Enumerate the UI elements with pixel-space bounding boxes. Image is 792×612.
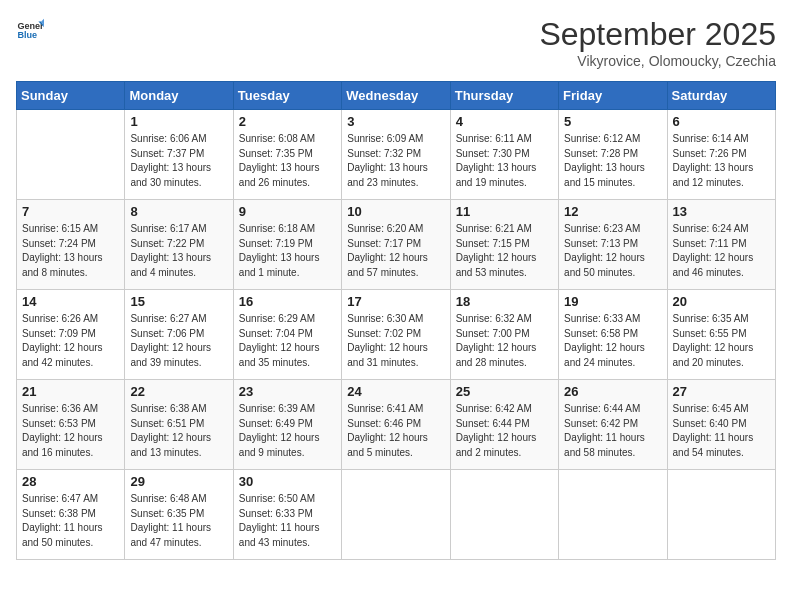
calendar-day-cell: 5Sunrise: 6:12 AMSunset: 7:28 PMDaylight…: [559, 110, 667, 200]
day-number: 2: [239, 114, 336, 129]
day-info: Sunrise: 6:48 AMSunset: 6:35 PMDaylight:…: [130, 492, 227, 550]
calendar-day-cell: 15Sunrise: 6:27 AMSunset: 7:06 PMDayligh…: [125, 290, 233, 380]
day-info: Sunrise: 6:06 AMSunset: 7:37 PMDaylight:…: [130, 132, 227, 190]
day-of-week-header: Sunday: [17, 82, 125, 110]
calendar-day-cell: 12Sunrise: 6:23 AMSunset: 7:13 PMDayligh…: [559, 200, 667, 290]
calendar-day-cell: 16Sunrise: 6:29 AMSunset: 7:04 PMDayligh…: [233, 290, 341, 380]
calendar-week-row: 28Sunrise: 6:47 AMSunset: 6:38 PMDayligh…: [17, 470, 776, 560]
day-number: 9: [239, 204, 336, 219]
day-number: 19: [564, 294, 661, 309]
calendar-day-cell: 4Sunrise: 6:11 AMSunset: 7:30 PMDaylight…: [450, 110, 558, 200]
day-info: Sunrise: 6:24 AMSunset: 7:11 PMDaylight:…: [673, 222, 770, 280]
calendar-table: SundayMondayTuesdayWednesdayThursdayFrid…: [16, 81, 776, 560]
day-info: Sunrise: 6:08 AMSunset: 7:35 PMDaylight:…: [239, 132, 336, 190]
day-info: Sunrise: 6:21 AMSunset: 7:15 PMDaylight:…: [456, 222, 553, 280]
day-number: 21: [22, 384, 119, 399]
calendar-day-cell: 3Sunrise: 6:09 AMSunset: 7:32 PMDaylight…: [342, 110, 450, 200]
day-number: 14: [22, 294, 119, 309]
calendar-day-cell: 13Sunrise: 6:24 AMSunset: 7:11 PMDayligh…: [667, 200, 775, 290]
page-header: General Blue September 2025 Vikyrovice, …: [16, 16, 776, 69]
day-number: 5: [564, 114, 661, 129]
day-number: 22: [130, 384, 227, 399]
calendar-day-cell: 23Sunrise: 6:39 AMSunset: 6:49 PMDayligh…: [233, 380, 341, 470]
day-number: 1: [130, 114, 227, 129]
calendar-day-cell: 7Sunrise: 6:15 AMSunset: 7:24 PMDaylight…: [17, 200, 125, 290]
calendar-day-cell: 19Sunrise: 6:33 AMSunset: 6:58 PMDayligh…: [559, 290, 667, 380]
day-number: 8: [130, 204, 227, 219]
calendar-day-cell: 10Sunrise: 6:20 AMSunset: 7:17 PMDayligh…: [342, 200, 450, 290]
calendar-week-row: 7Sunrise: 6:15 AMSunset: 7:24 PMDaylight…: [17, 200, 776, 290]
day-number: 12: [564, 204, 661, 219]
day-number: 20: [673, 294, 770, 309]
day-number: 29: [130, 474, 227, 489]
day-of-week-header: Monday: [125, 82, 233, 110]
title-block: September 2025 Vikyrovice, Olomoucky, Cz…: [539, 16, 776, 69]
day-number: 10: [347, 204, 444, 219]
day-number: 27: [673, 384, 770, 399]
day-info: Sunrise: 6:18 AMSunset: 7:19 PMDaylight:…: [239, 222, 336, 280]
day-info: Sunrise: 6:12 AMSunset: 7:28 PMDaylight:…: [564, 132, 661, 190]
general-blue-logo-icon: General Blue: [16, 16, 44, 44]
calendar-day-cell: [559, 470, 667, 560]
day-number: 17: [347, 294, 444, 309]
day-info: Sunrise: 6:23 AMSunset: 7:13 PMDaylight:…: [564, 222, 661, 280]
day-number: 28: [22, 474, 119, 489]
day-info: Sunrise: 6:15 AMSunset: 7:24 PMDaylight:…: [22, 222, 119, 280]
day-of-week-header: Saturday: [667, 82, 775, 110]
calendar-day-cell: 25Sunrise: 6:42 AMSunset: 6:44 PMDayligh…: [450, 380, 558, 470]
calendar-day-cell: 20Sunrise: 6:35 AMSunset: 6:55 PMDayligh…: [667, 290, 775, 380]
location: Vikyrovice, Olomoucky, Czechia: [539, 53, 776, 69]
day-number: 26: [564, 384, 661, 399]
day-number: 30: [239, 474, 336, 489]
calendar-day-cell: 17Sunrise: 6:30 AMSunset: 7:02 PMDayligh…: [342, 290, 450, 380]
day-number: 23: [239, 384, 336, 399]
day-number: 4: [456, 114, 553, 129]
day-info: Sunrise: 6:45 AMSunset: 6:40 PMDaylight:…: [673, 402, 770, 460]
day-number: 16: [239, 294, 336, 309]
day-info: Sunrise: 6:29 AMSunset: 7:04 PMDaylight:…: [239, 312, 336, 370]
day-number: 3: [347, 114, 444, 129]
day-number: 18: [456, 294, 553, 309]
logo: General Blue: [16, 16, 44, 44]
day-of-week-header: Tuesday: [233, 82, 341, 110]
day-number: 24: [347, 384, 444, 399]
day-info: Sunrise: 6:11 AMSunset: 7:30 PMDaylight:…: [456, 132, 553, 190]
svg-text:Blue: Blue: [17, 30, 37, 40]
day-info: Sunrise: 6:38 AMSunset: 6:51 PMDaylight:…: [130, 402, 227, 460]
day-number: 15: [130, 294, 227, 309]
calendar-day-cell: 14Sunrise: 6:26 AMSunset: 7:09 PMDayligh…: [17, 290, 125, 380]
day-info: Sunrise: 6:26 AMSunset: 7:09 PMDaylight:…: [22, 312, 119, 370]
calendar-day-cell: 2Sunrise: 6:08 AMSunset: 7:35 PMDaylight…: [233, 110, 341, 200]
day-info: Sunrise: 6:32 AMSunset: 7:00 PMDaylight:…: [456, 312, 553, 370]
calendar-day-cell: 18Sunrise: 6:32 AMSunset: 7:00 PMDayligh…: [450, 290, 558, 380]
day-info: Sunrise: 6:42 AMSunset: 6:44 PMDaylight:…: [456, 402, 553, 460]
calendar-body: 1Sunrise: 6:06 AMSunset: 7:37 PMDaylight…: [17, 110, 776, 560]
calendar-day-cell: 21Sunrise: 6:36 AMSunset: 6:53 PMDayligh…: [17, 380, 125, 470]
day-number: 7: [22, 204, 119, 219]
day-info: Sunrise: 6:30 AMSunset: 7:02 PMDaylight:…: [347, 312, 444, 370]
calendar-week-row: 1Sunrise: 6:06 AMSunset: 7:37 PMDaylight…: [17, 110, 776, 200]
day-info: Sunrise: 6:09 AMSunset: 7:32 PMDaylight:…: [347, 132, 444, 190]
day-info: Sunrise: 6:33 AMSunset: 6:58 PMDaylight:…: [564, 312, 661, 370]
day-info: Sunrise: 6:39 AMSunset: 6:49 PMDaylight:…: [239, 402, 336, 460]
calendar-day-cell: [17, 110, 125, 200]
day-info: Sunrise: 6:17 AMSunset: 7:22 PMDaylight:…: [130, 222, 227, 280]
day-info: Sunrise: 6:44 AMSunset: 6:42 PMDaylight:…: [564, 402, 661, 460]
calendar-day-cell: 6Sunrise: 6:14 AMSunset: 7:26 PMDaylight…: [667, 110, 775, 200]
calendar-day-cell: 1Sunrise: 6:06 AMSunset: 7:37 PMDaylight…: [125, 110, 233, 200]
day-number: 25: [456, 384, 553, 399]
day-info: Sunrise: 6:14 AMSunset: 7:26 PMDaylight:…: [673, 132, 770, 190]
calendar-day-cell: 22Sunrise: 6:38 AMSunset: 6:51 PMDayligh…: [125, 380, 233, 470]
calendar-day-cell: [342, 470, 450, 560]
day-info: Sunrise: 6:47 AMSunset: 6:38 PMDaylight:…: [22, 492, 119, 550]
day-number: 11: [456, 204, 553, 219]
calendar-day-cell: 26Sunrise: 6:44 AMSunset: 6:42 PMDayligh…: [559, 380, 667, 470]
calendar-day-cell: 24Sunrise: 6:41 AMSunset: 6:46 PMDayligh…: [342, 380, 450, 470]
day-of-week-header: Friday: [559, 82, 667, 110]
calendar-week-row: 14Sunrise: 6:26 AMSunset: 7:09 PMDayligh…: [17, 290, 776, 380]
calendar-day-cell: 27Sunrise: 6:45 AMSunset: 6:40 PMDayligh…: [667, 380, 775, 470]
calendar-week-row: 21Sunrise: 6:36 AMSunset: 6:53 PMDayligh…: [17, 380, 776, 470]
day-info: Sunrise: 6:41 AMSunset: 6:46 PMDaylight:…: [347, 402, 444, 460]
day-info: Sunrise: 6:20 AMSunset: 7:17 PMDaylight:…: [347, 222, 444, 280]
day-info: Sunrise: 6:50 AMSunset: 6:33 PMDaylight:…: [239, 492, 336, 550]
